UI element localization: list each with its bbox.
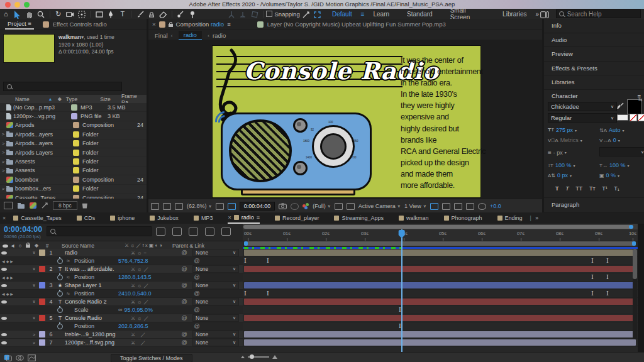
layer-duration-bar[interactable] bbox=[244, 339, 636, 346]
twirl-icon[interactable]: ∨ bbox=[30, 266, 38, 272]
kerning-value[interactable]: Metrics bbox=[560, 137, 579, 143]
label-chip[interactable] bbox=[39, 282, 45, 288]
keyframe-icon[interactable]: I bbox=[606, 273, 609, 281]
keyframe-icon[interactable]: I bbox=[267, 290, 269, 297]
tab-iphone[interactable]: iphone bbox=[110, 215, 135, 221]
font-family-dropdown[interactable]: Chickadee∨ bbox=[548, 102, 617, 111]
help-search-input[interactable]: Search Help bbox=[556, 9, 641, 18]
audio-column-icon[interactable]: ◄ bbox=[9, 243, 16, 249]
fast-previews-icon[interactable] bbox=[442, 203, 450, 210]
project-row[interactable]: >Airpods...ayersFolder bbox=[0, 130, 147, 139]
hide-shy-layers-icon[interactable] bbox=[189, 228, 198, 236]
sort-icon[interactable]: ▲ bbox=[48, 97, 58, 101]
color-depth-button[interactable]: 8 bpc bbox=[53, 201, 77, 210]
project-row[interactable]: boomboxComposition24 bbox=[0, 175, 147, 184]
layer-bar-row-6[interactable] bbox=[243, 331, 638, 339]
grid-guides-icon[interactable] bbox=[216, 203, 224, 210]
faux-italic-button[interactable]: T bbox=[565, 185, 569, 192]
world-axis-mode-icon[interactable] bbox=[237, 9, 249, 19]
tab-phonograph[interactable]: Phonograph bbox=[444, 215, 482, 221]
hand-tool[interactable] bbox=[23, 9, 35, 19]
keyframe-icon[interactable]: I bbox=[606, 290, 609, 297]
stroke-color-swatch[interactable] bbox=[617, 114, 628, 121]
layer-row-2[interactable]: ∨ 2 T It was ... affordable. ⚔☼／ @ None∨ bbox=[0, 265, 243, 273]
keyframe-row[interactable]: I I I I bbox=[243, 290, 638, 298]
graph-icon[interactable]: ≈ bbox=[67, 290, 74, 297]
graph-icon[interactable]: ≈ bbox=[67, 274, 74, 280]
graph-icon[interactable]: ≈ bbox=[67, 258, 74, 264]
source-name-column[interactable]: Source Name bbox=[53, 243, 125, 249]
keyframe-navigator[interactable]: ◀◆▶ bbox=[0, 275, 21, 280]
all-caps-button[interactable]: TT bbox=[575, 185, 582, 192]
lock-column-icon[interactable] bbox=[24, 243, 31, 249]
current-timecode[interactable]: 0:00:04:00 bbox=[4, 225, 42, 234]
breadcrumb-radio-active[interactable]: radio bbox=[179, 31, 202, 40]
layer-switches[interactable]: ⚔☼／ bbox=[131, 315, 176, 322]
timeline-navigator[interactable] bbox=[243, 224, 638, 229]
keyframe-icon[interactable]: I bbox=[244, 257, 247, 265]
frame-blending-icon[interactable] bbox=[205, 228, 214, 236]
tab-cds[interactable]: CDs bbox=[77, 215, 96, 221]
tab-project[interactable]: Project ≡ bbox=[5, 19, 34, 30]
show-snapshot-icon[interactable] bbox=[291, 203, 299, 210]
layer-row-7[interactable]: > 7 1200px-...ff.svg.png ⚔ ／ @ None∨ bbox=[0, 339, 243, 347]
motion-blur-toggle-icon[interactable] bbox=[16, 354, 24, 361]
scale-value[interactable]: 95.0,95.0% bbox=[124, 307, 153, 313]
font-size-value[interactable]: 275 px bbox=[556, 127, 573, 133]
project-row[interactable]: >Airpods LayersFolder bbox=[0, 148, 147, 157]
stopwatch-icon[interactable] bbox=[57, 307, 63, 313]
label-column-icon[interactable]: ◆ bbox=[58, 96, 66, 102]
caret-down-icon[interactable]: ▾ bbox=[573, 163, 575, 168]
playhead-handle[interactable] bbox=[399, 230, 405, 238]
time-ruler[interactable]: 00s 01s 02s 03s 04s 05s 06s 07s 08s 09s … bbox=[243, 229, 638, 241]
layer-row-6[interactable]: > 6 treble-...9_1280.png ⚔ ／ @ None∨ bbox=[0, 331, 243, 339]
tab-mp3[interactable]: MP3 bbox=[194, 215, 213, 221]
tabs-overflow-icon[interactable]: » bbox=[535, 215, 538, 221]
label-column-icon[interactable]: ◆ bbox=[31, 243, 42, 248]
motion-blur-icon[interactable] bbox=[221, 228, 231, 236]
breadcrumb-final[interactable]: Final bbox=[155, 32, 168, 39]
zoom-slider-knob[interactable] bbox=[250, 354, 254, 359]
composition-mini-flowchart-icon[interactable] bbox=[156, 228, 165, 236]
pixel-aspect-correction-icon[interactable] bbox=[430, 203, 438, 210]
navigator-thumb[interactable] bbox=[243, 225, 633, 229]
horizontal-scale-value[interactable]: 100 % bbox=[609, 162, 626, 168]
property-row-position[interactable]: Position 202.8,286.5 @ bbox=[0, 322, 243, 331]
keyframe-icon[interactable]: I bbox=[606, 257, 609, 265]
snap-features-icon[interactable] bbox=[311, 9, 323, 19]
position-value[interactable]: 2410.0,540.0 bbox=[118, 290, 152, 297]
navigator-end-handle[interactable] bbox=[629, 225, 633, 229]
parent-pickwhip-icon[interactable]: @ bbox=[176, 315, 192, 321]
parent-dropdown[interactable]: None∨ bbox=[192, 282, 239, 289]
visibility-toggle[interactable] bbox=[1, 251, 7, 255]
constrain-proportions-icon[interactable]: ∞ bbox=[118, 307, 122, 313]
pan-behind-tool[interactable] bbox=[76, 9, 88, 19]
flowchart-button-icon[interactable] bbox=[466, 203, 474, 210]
layer-switches[interactable]: ⚔☼／ bbox=[131, 266, 176, 273]
swap-fill-stroke-icon[interactable]: ⇆ bbox=[638, 97, 643, 102]
stopwatch-icon[interactable] bbox=[57, 291, 63, 297]
visibility-toggle[interactable] bbox=[1, 333, 7, 336]
timeline-button-icon[interactable] bbox=[454, 203, 462, 210]
font-style-dropdown[interactable]: Regular∨ bbox=[548, 113, 617, 123]
label-chip[interactable] bbox=[39, 339, 45, 346]
col-type[interactable]: Type bbox=[66, 96, 100, 102]
main-display-icon[interactable] bbox=[163, 203, 171, 210]
twirl-icon[interactable]: ∨ bbox=[30, 315, 38, 321]
share-frame-icon[interactable] bbox=[175, 203, 183, 210]
stopwatch-icon[interactable] bbox=[57, 258, 63, 264]
panel-menu-icon[interactable]: ≡ bbox=[257, 214, 260, 221]
layer-bar-row-5[interactable] bbox=[243, 314, 638, 322]
label-chip[interactable] bbox=[39, 331, 45, 337]
pickwhip-icon[interactable]: @ bbox=[189, 307, 205, 313]
timeline-zoom-slider[interactable] bbox=[241, 355, 277, 359]
keyframe-navigator[interactable]: ◀◆▶ bbox=[0, 259, 21, 263]
keyframe-icon[interactable]: I bbox=[244, 290, 247, 297]
show-channels-icon[interactable] bbox=[303, 203, 309, 209]
layer-bar-row-2[interactable] bbox=[243, 265, 638, 273]
project-search-input[interactable] bbox=[3, 82, 122, 91]
snapshot-camera-icon[interactable] bbox=[279, 203, 287, 209]
parent-dropdown[interactable]: None∨ bbox=[192, 249, 239, 256]
tab-cassette-tapes[interactable]: Cassette_Tapes bbox=[13, 215, 62, 221]
small-caps-button[interactable]: Tᴛ bbox=[589, 185, 596, 192]
